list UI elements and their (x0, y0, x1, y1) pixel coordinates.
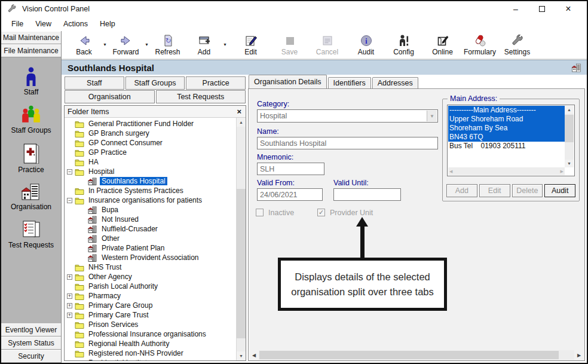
tree-item-label[interactable]: NHS Trust (87, 263, 123, 271)
tree-item-label[interactable]: Southlands Hospital (100, 177, 167, 185)
tree-item-label[interactable]: Nuffield-Crusader (100, 225, 160, 233)
mnemonic-field[interactable] (257, 163, 324, 175)
tree-item-label[interactable]: Parish Local Authority (87, 282, 160, 290)
tree-item[interactable]: Registered non-NHS Provider (65, 348, 236, 358)
eventlog-viewer-button[interactable]: Eventlog Viewer (1, 323, 61, 337)
system-status-button[interactable]: System Status (1, 337, 61, 350)
minimize-icon[interactable]: – (512, 4, 520, 14)
tree-item[interactable]: Parish Local Authority (65, 282, 236, 291)
tree-item[interactable]: Western Provident Association (65, 253, 236, 262)
address-line[interactable]: BN43 6TQ (448, 133, 565, 142)
tree-scrollbar-thumb[interactable] (237, 189, 246, 338)
tab-test-requests[interactable]: Test Requests (156, 90, 246, 103)
address-horizontal-scrollbar[interactable]: ◀ ▶ (448, 167, 565, 175)
tree-item-label[interactable]: Insurance organisations for patients (87, 196, 204, 204)
address-listbox[interactable]: ----------Main Address--------Upper Shor… (447, 105, 575, 176)
address-delete-button[interactable]: Delete (512, 184, 543, 197)
tree-item[interactable]: Not Insured (65, 215, 236, 224)
organisation-header-icon[interactable] (571, 63, 582, 72)
tree-item-label[interactable]: Registered non-NHS Provider (87, 349, 185, 357)
mail-maintenance-button[interactable]: Mail Maintenance (1, 31, 61, 44)
tree-item-label[interactable]: GP Practice (87, 148, 128, 157)
tab-addresses[interactable]: Addresses (372, 77, 418, 88)
tree-item[interactable]: General Practitioner Fund Holder (65, 119, 236, 129)
tree-expander-icon[interactable] (67, 313, 72, 318)
tree-item[interactable]: Private Patient Plan (65, 243, 236, 253)
tree-item[interactable]: HA (65, 157, 236, 167)
tree-item[interactable]: Insurance organisations for patients (65, 195, 236, 205)
address-add-button[interactable]: Add (446, 184, 477, 197)
tab-staff-groups[interactable]: Staff Groups (125, 77, 185, 90)
tree-item-label[interactable]: General Practitioner Fund Holder (87, 120, 195, 128)
tree-item-label[interactable]: GP Branch surgery (87, 129, 151, 137)
tree-item[interactable]: GP Connect Consumer (65, 138, 236, 148)
tab-practice[interactable]: Practice (186, 77, 246, 90)
tree-item[interactable]: Bupa (65, 205, 236, 215)
address-vertical-scrollbar[interactable]: ▲ ▼ (565, 106, 574, 167)
provider-unit-checkbox[interactable] (317, 209, 325, 216)
tree-item-label[interactable]: Hospital (87, 167, 116, 176)
tree-item[interactable]: Hospital (65, 167, 236, 176)
refresh-button[interactable]: ↻ Refresh (151, 33, 184, 56)
tree-item[interactable]: Pharmacy (65, 291, 236, 301)
scroll-left-icon[interactable]: ◀ (449, 169, 452, 174)
back-dropdown-caret[interactable]: ▾ (100, 33, 109, 47)
save-button[interactable]: Save (273, 33, 306, 56)
back-button[interactable]: Back (68, 33, 100, 56)
maximize-icon[interactable] (539, 6, 545, 12)
tree-item-label[interactable]: Other Agency (87, 273, 134, 281)
tree-item-label[interactable]: Private Patient Plan (100, 244, 166, 252)
tree-item[interactable]: Regional Health Authority (65, 339, 236, 348)
category-select[interactable]: Hospital ▼ (257, 109, 438, 123)
tab-organisation[interactable]: Organisation (65, 90, 155, 103)
valid-until-field[interactable] (333, 188, 401, 201)
address-line[interactable]: ----------Main Address-------- (448, 106, 565, 115)
audit-button[interactable]: i Audit (350, 33, 382, 56)
tree-item[interactable]: Prison Services (65, 320, 236, 329)
sidebar-item-staff[interactable]: Staff (23, 67, 39, 96)
forward-dropdown-caret[interactable]: ▾ (142, 33, 151, 47)
security-button[interactable]: Security (1, 350, 61, 363)
address-audit-button[interactable]: Audit (544, 184, 575, 197)
tree-expander-icon[interactable] (67, 360, 72, 361)
name-field[interactable] (257, 137, 438, 149)
add-button[interactable]: Add (188, 33, 220, 56)
valid-from-field[interactable] (257, 188, 323, 201)
details-scrollbar-thumb[interactable] (259, 351, 559, 359)
settings-button[interactable]: Settings (501, 33, 534, 56)
tree-item-label[interactable]: Professional Insurance organisations (87, 330, 208, 338)
tree-item-label[interactable]: Not Insured (100, 215, 140, 224)
add-dropdown-caret[interactable]: ▾ (220, 33, 229, 47)
scroll-left-icon[interactable]: ◀ (249, 350, 259, 360)
scroll-right-icon[interactable]: ▶ (574, 350, 584, 360)
address-line[interactable]: Shoreham By Sea (448, 124, 565, 133)
tree-expander-icon[interactable] (67, 303, 72, 308)
address-edit-button[interactable]: Edit (479, 184, 510, 197)
address-line[interactable]: Upper Shoreham Road (448, 115, 565, 124)
address-scrollbar-thumb[interactable] (565, 115, 574, 142)
tab-identifiers[interactable]: Identifiers (328, 77, 371, 88)
sidebar-item-organisation[interactable]: Organisation (11, 183, 51, 211)
tree-item-label[interactable]: HA (87, 158, 100, 166)
tree-expander-icon[interactable] (67, 169, 72, 175)
scroll-right-icon[interactable]: ▶ (561, 169, 564, 174)
sidebar-item-practice[interactable]: Practice (18, 143, 44, 174)
tree-item-label[interactable]: Residential Institutes (87, 359, 157, 360)
tree-item[interactable]: Residential Institutes (65, 358, 236, 360)
tree-item-label[interactable]: Primary Care Trust (87, 311, 151, 319)
scroll-down-icon[interactable]: ▼ (565, 160, 574, 167)
tree-item[interactable]: Primary Care Group (65, 301, 236, 310)
tree-item[interactable]: Other Agency (65, 272, 236, 282)
tree-item[interactable]: GP Branch surgery (65, 129, 236, 138)
config-button[interactable]: Config (387, 33, 420, 56)
tree-item-label[interactable]: Pharmacy (87, 292, 122, 300)
tree-item[interactable]: Other (65, 234, 236, 243)
close-icon[interactable]: × (564, 4, 572, 14)
tree-item-label[interactable]: Primary Care Group (87, 301, 154, 310)
tree-item-label[interactable]: GP Connect Consumer (87, 139, 164, 147)
tree-item-label[interactable]: Prison Services (87, 320, 140, 329)
tab-organisation-details[interactable]: Organisation Details (249, 75, 327, 88)
tree-vertical-scrollbar[interactable]: ▲ ▼ (236, 118, 246, 360)
online-button[interactable]: Online (426, 33, 459, 56)
tree-item[interactable]: GP Practice (65, 148, 236, 157)
